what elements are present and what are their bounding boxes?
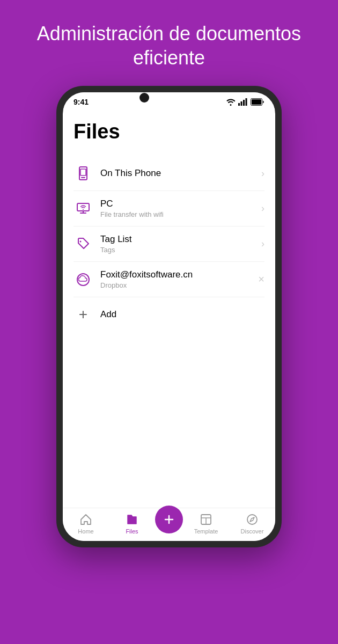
list-item-pc[interactable]: PC File transfer with wifi ›: [74, 191, 264, 226]
taglist-chevron-icon: ›: [261, 238, 264, 250]
screen-content: Files On This Phone ›: [63, 109, 275, 508]
taglist-item-title: Tag List: [100, 234, 261, 245]
dropbox-item-subtitle: Dropbox: [100, 281, 258, 289]
phone-icon: [74, 164, 93, 183]
phone-camera: [139, 93, 149, 103]
page-title: Files: [74, 120, 264, 143]
add-item-text: Add: [100, 309, 264, 320]
dropbox-close-icon[interactable]: ×: [258, 273, 264, 286]
tag-icon: [74, 235, 93, 254]
svg-rect-0: [238, 103, 240, 106]
svg-rect-2: [243, 100, 245, 106]
phone-chevron-icon: ›: [261, 168, 264, 179]
phone-screen: 9:41: [63, 92, 275, 541]
nav-item-discover[interactable]: Discover: [229, 513, 275, 535]
nav-item-files[interactable]: Files: [109, 513, 155, 535]
battery-icon: [251, 98, 264, 106]
phone-item-text: On This Phone: [100, 168, 261, 179]
list-item-taglist[interactable]: Tag List Tags ›: [74, 226, 264, 262]
files-nav-label: Files: [126, 528, 138, 535]
pc-icon: [74, 199, 93, 218]
signal-icon: [238, 98, 248, 106]
nav-item-template[interactable]: Template: [183, 513, 229, 535]
pc-item-subtitle: File transfer with wifi: [100, 210, 261, 218]
svg-rect-5: [252, 99, 261, 105]
status-time: 9:41: [74, 98, 89, 106]
phone-item-title: On This Phone: [100, 168, 261, 179]
svg-rect-8: [80, 169, 86, 175]
taglist-item-text: Tag List Tags: [100, 234, 261, 254]
files-nav-icon: [125, 513, 139, 526]
home-nav-icon: [79, 513, 93, 526]
add-item-title: Add: [100, 309, 264, 320]
pc-item-title: PC: [100, 199, 261, 209]
bottom-nav: Home Files: [63, 508, 275, 541]
add-icon: +: [74, 305, 93, 324]
status-icons: [226, 98, 264, 106]
taglist-item-subtitle: Tags: [100, 246, 261, 254]
list-item-add[interactable]: + Add: [74, 297, 264, 332]
list-item-phone[interactable]: On This Phone ›: [74, 156, 264, 191]
dropbox-icon: [74, 270, 93, 289]
dropbox-item-text: Foxit@foxitsoftware.cn Dropbox: [100, 269, 258, 289]
discover-nav-label: Discover: [241, 528, 264, 535]
hero-text: Administración de documentos eficiente: [0, 0, 338, 86]
wifi-icon: [226, 98, 236, 106]
template-nav-label: Template: [194, 528, 218, 535]
nav-item-home[interactable]: Home: [63, 513, 109, 535]
list-item-dropbox[interactable]: Foxit@foxitsoftware.cn Dropbox ×: [74, 262, 264, 297]
template-nav-icon: [199, 513, 213, 526]
svg-rect-1: [241, 101, 243, 106]
pc-item-text: PC File transfer with wifi: [100, 199, 261, 218]
phone-mockup: 9:41: [56, 86, 282, 547]
pc-chevron-icon: ›: [261, 203, 264, 214]
svg-point-10: [80, 240, 82, 242]
dropbox-item-title: Foxit@foxitsoftware.cn: [100, 269, 258, 280]
status-bar: 9:41: [63, 92, 275, 109]
nav-center-add-button[interactable]: [155, 506, 183, 533]
discover-nav-icon: [245, 513, 259, 526]
home-nav-label: Home: [78, 528, 93, 535]
svg-rect-3: [246, 98, 247, 106]
svg-point-15: [247, 515, 257, 524]
